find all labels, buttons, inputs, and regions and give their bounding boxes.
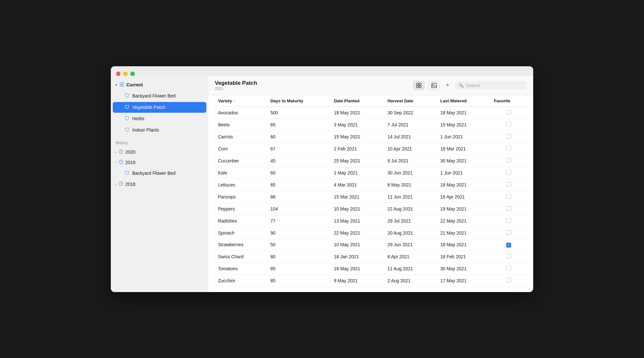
favorite-checkbox-1[interactable] xyxy=(506,122,511,127)
cell-favorite-8[interactable] xyxy=(489,203,528,215)
favorite-checkbox-2[interactable] xyxy=(506,134,511,139)
col-favorite[interactable]: Favorite xyxy=(489,95,528,107)
cell-days-0: 500 xyxy=(266,107,329,119)
cell-variety-7: Parsnips xyxy=(213,191,266,203)
current-section-header[interactable]: ▾ Current xyxy=(111,80,208,90)
sort-arrow-variety: ↑ xyxy=(233,99,235,103)
favorite-checkbox-14[interactable] xyxy=(506,278,511,283)
cell-variety-6: Lettuces xyxy=(213,179,266,191)
cell-favorite-5[interactable] xyxy=(489,167,528,179)
favorite-checkbox-11[interactable]: ✓ xyxy=(506,243,511,248)
cell-favorite-9[interactable] xyxy=(489,215,528,227)
table-container: Variety ↑ Days to Maturity Date Planted … xyxy=(208,95,533,292)
plant-icon-4 xyxy=(124,127,130,133)
minimize-button[interactable] xyxy=(123,71,128,76)
favorite-checkbox-12[interactable] xyxy=(506,254,511,259)
cell-harvest-13: 11 Aug 2021 xyxy=(383,262,436,275)
history-year-2019[interactable]: › 2019 xyxy=(111,158,208,167)
favorite-checkbox-3[interactable] xyxy=(506,146,511,151)
cell-days-6: 65 xyxy=(266,179,329,191)
cell-favorite-3[interactable] xyxy=(489,143,528,155)
cell-days-14: 85 xyxy=(266,275,329,287)
col-planted[interactable]: Date Planted xyxy=(329,95,383,107)
sidebar-item-backyard-flower-bed[interactable]: Backyard Flower Bed xyxy=(113,91,206,101)
close-button[interactable] xyxy=(116,71,121,76)
cell-favorite-10[interactable] xyxy=(489,227,528,239)
favorite-checkbox-0[interactable] xyxy=(506,110,511,115)
search-input[interactable] xyxy=(466,83,523,88)
add-button[interactable]: + xyxy=(444,81,451,90)
svg-rect-1 xyxy=(120,84,124,85)
cell-planted-13: 18 May 2021 xyxy=(329,262,383,275)
app-window: ▾ Current Backyard Flower Bed xyxy=(111,66,533,292)
search-icon: 🔍 xyxy=(458,83,464,88)
sidebar-item-vegetable-patch[interactable]: Vegetable Patch xyxy=(113,102,206,113)
cell-planted-12: 18 Jan 2021 xyxy=(329,250,383,262)
history-year-2018[interactable]: › 2018 xyxy=(111,179,208,189)
cell-variety-12: Swiss Chard xyxy=(213,250,266,262)
sidebar-item-herbs[interactable]: Herbs xyxy=(113,113,206,124)
svg-rect-0 xyxy=(120,83,124,83)
table-row: Cucumber 45 25 May 2021 9 Jul 2021 30 Ma… xyxy=(213,155,528,167)
traffic-lights xyxy=(116,71,135,76)
cell-favorite-6[interactable] xyxy=(489,179,528,191)
cell-favorite-2[interactable] xyxy=(489,131,528,143)
col-days[interactable]: Days to Maturity xyxy=(266,95,329,107)
favorite-checkbox-5[interactable] xyxy=(506,170,511,175)
cell-variety-9: Radishes xyxy=(213,215,266,227)
col-variety[interactable]: Variety ↑ xyxy=(213,95,266,107)
list-icon xyxy=(119,82,124,88)
table-row: Radishes 77 13 May 2021 29 Jul 2021 22 M… xyxy=(213,215,528,227)
table-row: Strawberries 50 10 May 2021 29 Jun 2021 … xyxy=(213,239,528,250)
grid-view-button[interactable] xyxy=(413,81,424,90)
maximize-button[interactable] xyxy=(130,71,135,76)
sidebar-item-indoor-plants[interactable]: Indoor Plants xyxy=(113,125,206,135)
cell-watered-10: 21 May 2021 xyxy=(436,227,489,239)
cell-favorite-0[interactable] xyxy=(489,107,528,119)
cell-favorite-4[interactable] xyxy=(489,155,528,167)
cell-planted-7: 15 Mar 2021 xyxy=(329,191,383,203)
table-row: Beets 65 3 May 2021 7 Jul 2021 15 May 20… xyxy=(213,119,528,131)
cell-harvest-4: 9 Jul 2021 xyxy=(383,155,436,167)
cell-days-11: 50 xyxy=(266,239,329,250)
year-label-2020: 2020 xyxy=(125,149,135,155)
favorite-checkbox-9[interactable] xyxy=(506,218,511,223)
cell-harvest-14: 2 Aug 2021 xyxy=(383,275,436,287)
cell-favorite-1[interactable] xyxy=(489,119,528,131)
cell-days-3: 67 xyxy=(266,143,329,155)
page-subtitle: 2021 xyxy=(215,86,257,91)
cell-favorite-7[interactable] xyxy=(489,191,528,203)
cell-harvest-9: 29 Jul 2021 xyxy=(383,215,436,227)
favorite-checkbox-13[interactable] xyxy=(506,266,511,271)
cell-variety-0: Avocados xyxy=(213,107,266,119)
favorite-checkbox-8[interactable] xyxy=(506,206,511,211)
cell-harvest-3: 10 Apr 2021 xyxy=(383,143,436,155)
favorite-checkbox-6[interactable] xyxy=(506,182,511,187)
cell-favorite-14[interactable] xyxy=(489,275,528,287)
current-section-label: Current xyxy=(126,82,143,87)
table-row: Corn 67 2 Feb 2021 10 Apr 2021 18 Mar 20… xyxy=(213,143,528,155)
cell-watered-12: 18 Feb 2021 xyxy=(436,250,489,262)
cell-days-1: 65 xyxy=(266,119,329,131)
chevron-2018: › xyxy=(115,182,117,186)
cell-harvest-10: 20 Aug 2021 xyxy=(383,227,436,239)
col-harvest[interactable]: Harvest Date xyxy=(383,95,436,107)
cell-favorite-13[interactable] xyxy=(489,262,528,275)
favorite-checkbox-4[interactable] xyxy=(506,158,511,163)
cell-harvest-6: 8 May 2021 xyxy=(383,179,436,191)
history-year-2020[interactable]: › 2020 xyxy=(111,147,208,157)
cell-days-4: 45 xyxy=(266,155,329,167)
cell-variety-11: Strawberries xyxy=(213,239,266,250)
cell-watered-3: 18 Mar 2021 xyxy=(436,143,489,155)
favorite-checkbox-10[interactable] xyxy=(506,230,511,235)
plant-icon-2019 xyxy=(124,170,130,176)
cell-favorite-11[interactable]: ✓ xyxy=(489,239,528,250)
cell-watered-14: 17 May 2021 xyxy=(436,275,489,287)
image-view-button[interactable] xyxy=(428,81,440,90)
cell-days-2: 60 xyxy=(266,131,329,143)
favorite-checkbox-7[interactable] xyxy=(506,194,511,199)
col-watered[interactable]: Last Watered xyxy=(436,95,489,107)
cell-favorite-12[interactable] xyxy=(489,250,528,262)
data-table: Variety ↑ Days to Maturity Date Planted … xyxy=(213,95,528,287)
sidebar-item-backyard-2019[interactable]: Backyard Flower Bed xyxy=(113,168,206,179)
